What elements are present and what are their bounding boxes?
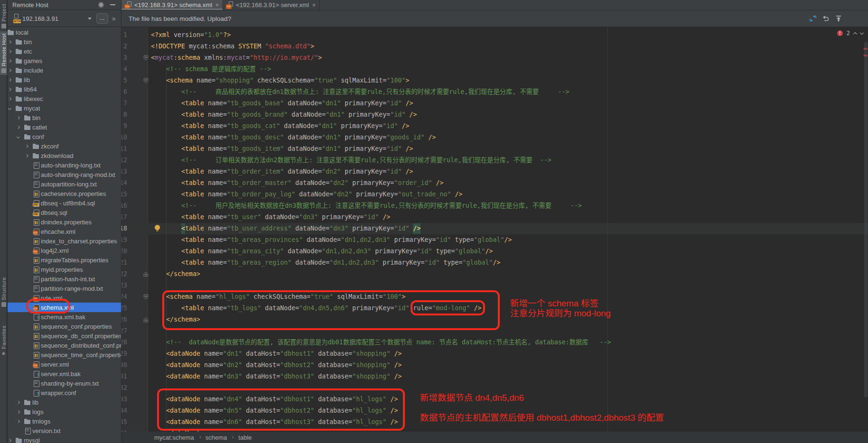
tree-collapsed-icon[interactable] — [16, 401, 20, 404]
more-actions-icon[interactable]: » — [112, 15, 116, 22]
properties-icon — [33, 323, 39, 330]
tree-item-sharding-by-enum.txt[interactable]: sharding-by-enum.txt — [8, 378, 121, 388]
gear-icon[interactable] — [98, 1, 104, 8]
tree-item-mysql[interactable]: mysql — [8, 435, 121, 443]
tree-collapsed-icon[interactable] — [8, 439, 11, 442]
hide-panel-icon[interactable] — [110, 4, 115, 5]
tree-collapsed-icon[interactable] — [8, 69, 11, 72]
tree-item-sequence_distributed_conf.properties[interactable]: sequence_distributed_conf.properties — [8, 341, 121, 350]
tree-item-myid.properties[interactable]: myid.properties — [8, 265, 121, 274]
tree-item-auto-sharding-rang-mod.txt[interactable]: auto-sharding-rang-mod.txt — [8, 170, 121, 179]
tree-item-dbseq.sql[interactable]: dbseq.sql — [8, 208, 121, 217]
tree-collapsed-icon[interactable] — [8, 60, 11, 62]
breadcrumb-item[interactable]: table — [238, 434, 252, 441]
sql-icon — [33, 200, 39, 206]
prev-error-icon[interactable] — [853, 32, 857, 36]
tree-expanded-icon[interactable] — [8, 107, 11, 110]
tree-collapsed-icon[interactable] — [16, 117, 20, 119]
tree-collapsed-icon[interactable] — [25, 155, 28, 157]
tree-item-catlet[interactable]: catlet — [8, 122, 121, 132]
tree-item-zkdownload[interactable]: zkdownload — [8, 151, 121, 160]
tree-item-games[interactable]: games — [8, 56, 121, 65]
tree-collapsed-icon[interactable] — [8, 98, 11, 100]
tree-item-index_to_charset.properties[interactable]: index_to_charset.properties — [8, 236, 121, 246]
tree-item-partition-hash-int.txt[interactable]: partition-hash-int.txt — [8, 274, 121, 284]
code-editor[interactable]: 1234567891011121314151617181920212223242… — [121, 27, 868, 432]
upload-icon[interactable] — [835, 15, 842, 22]
compare-icon[interactable] — [809, 15, 817, 22]
tool-window-button-remote-host[interactable]: Remote Host — [0, 31, 7, 75]
tree-item-tmlogs[interactable]: tmlogs — [8, 416, 121, 426]
editor-tab[interactable]: <><192.168.3.91> server.xml× — [223, 0, 320, 10]
scrollbar-thumb[interactable] — [864, 42, 868, 397]
breadcrumb-item[interactable]: schema — [205, 434, 227, 441]
tree-item-partition-range-mod.txt[interactable]: partition-range-mod.txt — [8, 284, 121, 293]
tree-item-lib64[interactable]: lib64 — [8, 84, 121, 94]
tree-item-dbseq - utf8mb4.sql[interactable]: dbseq - utf8mb4.sql — [8, 198, 121, 208]
tree-item-version.txt[interactable]: version.txt — [8, 426, 121, 435]
tree-item-etc[interactable]: etc — [8, 46, 121, 56]
tree-item-cacheservice.properties[interactable]: cacheservice.properties — [8, 189, 121, 198]
tree-item-bin[interactable]: bin — [8, 113, 121, 122]
tree-item-schema.xml.bak[interactable]: schema.xml.bak — [8, 312, 121, 322]
folder-icon — [16, 86, 22, 92]
breadcrumb-item[interactable]: mycat:schema — [154, 434, 194, 441]
tree-item-include[interactable]: include — [8, 65, 121, 75]
fold-marker-collapse[interactable] — [143, 78, 149, 83]
tool-window-button-favorites[interactable]: Favorites★ — [0, 323, 7, 358]
tree-item-label: tmlogs — [32, 418, 50, 425]
tree-collapsed-icon[interactable] — [16, 411, 20, 413]
tree-item-lib[interactable]: lib — [8, 75, 121, 84]
fold-marker-end[interactable] — [143, 271, 149, 277]
tree-item-bin[interactable]: bin — [8, 37, 121, 46]
close-tab-icon[interactable]: × — [215, 2, 219, 9]
fold-marker-collapse[interactable] — [143, 55, 149, 61]
tool-window-button-structure[interactable]: Structure — [0, 275, 7, 309]
tree-item-migrateTables.properties[interactable]: migrateTables.properties — [8, 255, 121, 265]
tree-item-ehcache.xml[interactable]: ehcache.xml — [8, 227, 121, 236]
tree-item-mycat[interactable]: mycat — [8, 103, 121, 113]
tree-item-sequence_conf.properties[interactable]: sequence_conf.properties — [8, 322, 121, 331]
fold-marker-end[interactable] — [143, 317, 149, 323]
tree-item-autopartition-long.txt[interactable]: autopartition-long.txt — [8, 179, 121, 189]
tree-item-log4j2.xml[interactable]: log4j2.xml — [8, 246, 121, 255]
tree-item-lib[interactable]: lib — [8, 397, 121, 407]
browse-button[interactable]: ... — [96, 13, 108, 24]
tree-collapsed-icon[interactable] — [8, 50, 11, 53]
properties-icon — [33, 342, 39, 349]
tree-item-zkconf[interactable]: zkconf — [8, 141, 121, 151]
tree-collapsed-icon[interactable] — [8, 79, 11, 81]
intention-bulb-icon[interactable] — [155, 225, 160, 232]
tree-item-wrapper.conf[interactable]: wrapper.conf — [8, 388, 121, 397]
close-tab-icon[interactable]: × — [312, 2, 316, 9]
tree-item-conf[interactable]: conf — [8, 132, 121, 141]
code-line-19: <table name="tb_areas_provinces" dataNod… — [151, 234, 611, 246]
tree-item-auto-sharding-long.txt[interactable]: auto-sharding-long.txt — [8, 160, 121, 170]
undo-icon[interactable] — [822, 15, 830, 22]
tool-window-button-project[interactable]: Project — [0, 2, 7, 30]
tree-item-logs[interactable]: logs — [8, 407, 121, 416]
tree-collapsed-icon[interactable] — [8, 41, 11, 43]
tree-item-sequence_db_conf.properties[interactable]: sequence_db_conf.properties — [8, 331, 121, 341]
tree-item-server.xml[interactable]: server.xml — [8, 360, 121, 369]
next-error-icon[interactable] — [860, 30, 864, 34]
tree-collapsed-icon[interactable] — [16, 126, 20, 129]
tree-item-dnindex.properties[interactable]: dnindex.properties — [8, 217, 121, 227]
panel-title: Remote Host — [12, 1, 48, 9]
code-line-8: <table name="tb_goods_brand" dataNode="d… — [151, 109, 611, 120]
tree-item-sequence_time_conf.properties[interactable]: sequence_time_conf.properties — [8, 350, 121, 360]
tree-expanded-icon[interactable] — [16, 136, 20, 138]
inspection-widget[interactable]: ! 2 — [837, 30, 863, 37]
tree-item-local[interactable]: local — [8, 28, 121, 37]
tree-item-server.xml.bak[interactable]: server.xml.bak — [8, 369, 121, 378]
tab-bar: <><192.168.3.91> schema.xml×<><192.168.3… — [121, 0, 868, 10]
properties-icon — [33, 257, 39, 263]
tree-collapsed-icon[interactable] — [16, 420, 20, 423]
tree-item-libexec[interactable]: libexec — [8, 94, 121, 103]
tree-collapsed-icon[interactable] — [8, 88, 11, 91]
editor-tab[interactable]: <><192.168.3.91> schema.xml× — [121, 0, 223, 10]
chevron-down-icon[interactable] — [88, 18, 92, 20]
host-selector[interactable]: 192.168.3.91 — [22, 15, 58, 22]
fold-marker-collapse[interactable] — [143, 294, 149, 300]
tree-collapsed-icon[interactable] — [25, 145, 28, 148]
